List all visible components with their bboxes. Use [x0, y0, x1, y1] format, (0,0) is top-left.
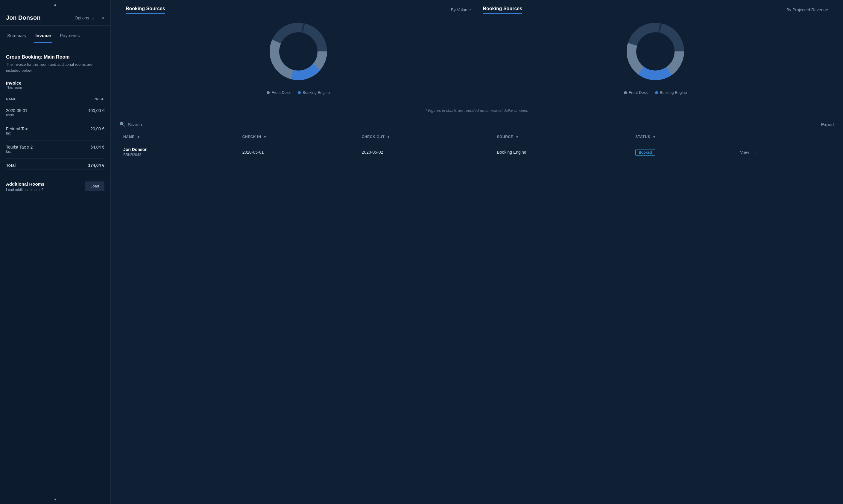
chart1-header: Booking Sources By Volume [126, 6, 471, 14]
tab-payments[interactable]: Payments [59, 31, 81, 43]
view-button[interactable]: View [740, 150, 749, 155]
tab-summary[interactable]: Summary [6, 31, 28, 43]
legend-front-desk-2: Front Desk [624, 90, 648, 95]
invoice-row-name: Tourist Tax x 2 tax [6, 141, 67, 159]
search-input[interactable] [128, 122, 188, 127]
export-button[interactable]: Export [821, 122, 834, 127]
sidebar: ▲ Jon Donson Options ⌄ × Summary Invoice… [0, 0, 111, 504]
sidebar-header: Jon Donson Options ⌄ × [0, 9, 110, 26]
legend-booking-engine-1: Booking Engine [298, 90, 330, 95]
invoice-row: 2020-05-01 room 100,00 € [6, 104, 104, 122]
total-label: Total [6, 159, 67, 170]
chart2-title: Booking Sources [483, 6, 522, 14]
table-header-row: NAME ▼ CHECK IN ▼ CHECK OUT ▼ SOURCE ▼ [120, 132, 834, 142]
row-source: Booking Engine [493, 142, 632, 162]
legend-dot-booking-engine-2 [655, 91, 658, 94]
scroll-down-arrow[interactable]: ▼ [0, 495, 110, 504]
col-source: SOURCE ▼ [493, 132, 632, 142]
table-row: Jon Donson BBNB2042 2020-05-01 2020-05-0… [120, 142, 834, 162]
col-check-in: CHECK IN ▼ [239, 132, 358, 142]
row-check-out: 2020-05-02 [358, 142, 494, 162]
more-button[interactable]: ⋮ [753, 149, 759, 156]
legend-booking-engine-2: Booking Engine [655, 90, 687, 95]
booking-desc: The invoice for this room and additional… [6, 61, 104, 73]
invoice-row-price: 54,04 € [67, 141, 104, 159]
main-content: Booking Sources By Volume Fr [111, 0, 843, 504]
data-table: NAME ▼ CHECK IN ▼ CHECK OUT ▼ SOURCE ▼ [120, 132, 834, 162]
sort-source-icon[interactable]: ▼ [516, 136, 519, 139]
table-toolbar: 🔍 Export [120, 122, 834, 127]
table-section: 🔍 Export NAME ▼ CHECK IN ▼ CHE [111, 116, 843, 168]
guest-name: Jon Donson [6, 14, 41, 21]
invoice-row-price: 100,00 € [67, 104, 104, 122]
options-button[interactable]: Options ⌄ [74, 16, 94, 20]
close-button[interactable]: × [102, 15, 104, 21]
additional-rooms-title: Additional Rooms [6, 181, 44, 186]
col-check-out: CHECK OUT ▼ [358, 132, 494, 142]
invoice-total-row: Total 174,04 € [6, 159, 104, 170]
tab-invoice[interactable]: Invoice [34, 31, 52, 43]
sort-checkin-icon[interactable]: ▼ [263, 136, 266, 139]
row-check-in: 2020-05-01 [239, 142, 358, 162]
invoice-row-name: Federal Tax tax [6, 122, 67, 141]
sidebar-content: Group Booking: Main Room The invoice for… [0, 43, 110, 495]
row-status: Booked [632, 142, 737, 162]
row-guest: Jon Donson BBNB2042 [120, 142, 239, 162]
legend-dot-booking-engine-1 [298, 91, 301, 94]
additional-rooms-section: Additional Rooms Load additional rooms? … [6, 176, 104, 197]
invoice-row: Tourist Tax x 2 tax 54,04 € [6, 141, 104, 159]
status-badge: Booked [635, 149, 655, 156]
chart1-subtitle: By Volume [451, 7, 471, 12]
legend-front-desk-1: Front Desk [266, 90, 291, 95]
legend-dot-front-desk-1 [266, 91, 270, 94]
invoice-section-title: Invoice [6, 80, 104, 86]
invoice-row-name: 2020-05-01 room [6, 104, 67, 122]
invoice-section-sub: This room [6, 86, 104, 90]
charts-section: Booking Sources By Volume Fr [111, 0, 843, 104]
additional-rooms-sub: Load additional rooms? [6, 188, 44, 192]
sort-status-icon[interactable]: ▼ [653, 136, 656, 139]
booking-title: Group Booking: Main Room [6, 54, 104, 60]
invoice-row: Federal Tax tax 20,00 € [6, 122, 104, 141]
invoice-table: NAME PRICE 2020-05-01 room 100,00 € Fede… [6, 94, 104, 170]
chart2-donut [483, 19, 828, 84]
col-status: STATUS ▼ [632, 132, 737, 142]
chart2-header: Booking Sources By Projected Revenue [483, 6, 828, 14]
chart-volume: Booking Sources By Volume Fr [120, 6, 477, 98]
invoice-row-price: 20,00 € [67, 122, 104, 141]
col-actions [737, 132, 834, 142]
figures-note: * Figures in charts are rounded up to ne… [111, 105, 843, 116]
invoice-section: Invoice This room NAME PRICE 2020-05-01 … [6, 80, 104, 170]
row-actions: View ⋮ [737, 142, 834, 162]
chart2-subtitle: By Projected Revenue [787, 7, 828, 12]
chart1-title: Booking Sources [126, 6, 165, 14]
sort-checkout-icon[interactable]: ▼ [387, 136, 390, 139]
col-name-header: NAME [6, 94, 67, 104]
legend-dot-front-desk-2 [624, 91, 627, 94]
col-price-header: PRICE [67, 94, 104, 104]
col-name: NAME ▼ [120, 132, 239, 142]
load-button[interactable]: Load [85, 181, 104, 191]
sort-name-icon[interactable]: ▼ [137, 136, 140, 139]
total-value: 174,04 € [67, 159, 104, 170]
sidebar-tabs: Summary Invoice Payments [0, 26, 110, 43]
chart-revenue: Booking Sources By Projected Revenue Fro… [477, 6, 834, 98]
scroll-up-arrow[interactable]: ▲ [0, 0, 110, 9]
chart1-legend: Front Desk Booking Engine [126, 90, 471, 95]
search-icon: 🔍 [120, 122, 125, 127]
chart1-donut [126, 19, 471, 84]
search-box: 🔍 [120, 122, 188, 127]
chart2-legend: Front Desk Booking Engine [483, 90, 828, 95]
booking-info: Group Booking: Main Room The invoice for… [6, 54, 104, 73]
